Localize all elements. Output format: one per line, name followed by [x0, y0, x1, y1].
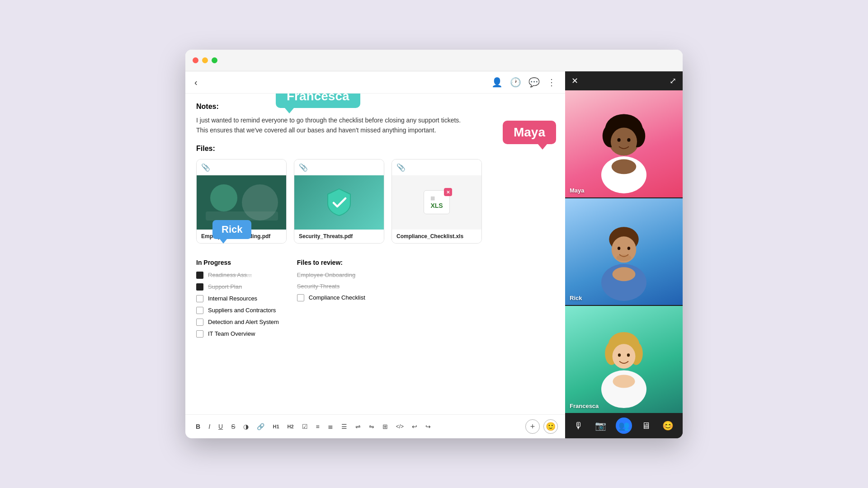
- italic-button[interactable]: I: [205, 421, 213, 432]
- paperclip-icon-2: 📎: [299, 163, 308, 172]
- video-tile-rick: Rick: [565, 198, 683, 305]
- checklist-item-4[interactable]: Suppliers and Contractors: [196, 307, 279, 314]
- review-checkbox-3[interactable]: [297, 294, 304, 301]
- title-bar: [185, 50, 683, 71]
- comment-icon[interactable]: 💬: [528, 77, 540, 88]
- history-icon[interactable]: 🕐: [510, 77, 521, 88]
- in-progress-column: In Progress Readiness Ass... Support Pla…: [196, 259, 279, 342]
- indent-button[interactable]: ⇌: [352, 421, 364, 432]
- emoji-button[interactable]: 🙂: [543, 419, 558, 434]
- in-progress-heading: In Progress: [196, 259, 279, 266]
- svg-rect-5: [241, 196, 266, 199]
- video-panel: ✕ ⤢: [565, 71, 683, 438]
- video-tile-francesca: Francesca: [565, 306, 683, 413]
- more-icon[interactable]: ⋮: [547, 77, 556, 88]
- svg-point-16: [627, 138, 630, 141]
- checkbox-4[interactable]: [196, 307, 203, 314]
- svg-point-30: [613, 344, 636, 369]
- xls-badge: ✕ ▦ XLS: [424, 190, 449, 214]
- svg-point-8: [244, 185, 275, 217]
- video-panel-header: ✕ ⤢: [565, 71, 683, 90]
- checkbox-2[interactable]: [196, 283, 203, 291]
- ordered-list-button[interactable]: ≣: [325, 421, 336, 432]
- undo-button[interactable]: ↩: [409, 421, 420, 432]
- user-icon[interactable]: 👤: [491, 77, 503, 88]
- checklist-label-4: Suppliers and Contractors: [208, 307, 276, 314]
- onboarding-thumbnail: [197, 175, 286, 230]
- editor-content[interactable]: Francesca Maya Rick Notes: I just wanted…: [185, 94, 565, 414]
- checklist-item-2[interactable]: Support Plan: [196, 283, 279, 291]
- unordered-list-button[interactable]: ☰: [338, 421, 350, 432]
- link-button[interactable]: 🔗: [254, 421, 268, 432]
- outdent-button[interactable]: ⇋: [366, 421, 377, 432]
- review-label-3: Compliance Checklist: [309, 294, 365, 301]
- file-card-security[interactable]: 📎 Security_Threats.pdf: [294, 159, 384, 244]
- code-button[interactable]: </>: [393, 421, 407, 432]
- back-button[interactable]: ‹: [194, 77, 198, 88]
- checklist-item-5[interactable]: Detection and Alert System: [196, 319, 279, 326]
- strikethrough-button[interactable]: S: [228, 421, 238, 432]
- people-button[interactable]: 👥: [616, 418, 632, 434]
- files-review-column: Files to review: Employee Onboarding Sec…: [297, 259, 365, 342]
- maya-label: Maya: [570, 187, 585, 194]
- files-review-heading: Files to review:: [297, 259, 365, 266]
- editor-toolbar: B I U S ◑ 🔗 H1 H2 ☑ ≡ ≣ ☰ ⇌ ⇋ ⊞ </> ↩ ↪ …: [185, 414, 565, 438]
- xls-text: XLS: [430, 202, 443, 209]
- nav-left: ‹: [194, 77, 198, 88]
- main-container: ‹ 👤 🕐 💬 ⋮ Francesca Maya Rick: [185, 71, 683, 438]
- maximize-dot[interactable]: [212, 57, 217, 63]
- checkbox-1[interactable]: [196, 272, 203, 279]
- checklist-label-2: Support Plan: [208, 283, 242, 290]
- checklist-label-3: Internal Resources: [208, 295, 257, 302]
- checklist-label-6: IT Team Overview: [208, 330, 255, 337]
- redo-button[interactable]: ↪: [422, 421, 434, 432]
- review-label-2: Security Threats: [297, 283, 340, 290]
- svg-point-22: [618, 247, 620, 250]
- align-button[interactable]: ≡: [313, 421, 323, 432]
- highlight-button[interactable]: ◑: [240, 421, 252, 432]
- svg-point-15: [617, 138, 620, 141]
- add-button[interactable]: +: [525, 419, 540, 434]
- svg-point-14: [611, 127, 637, 155]
- minimize-dot[interactable]: [202, 57, 208, 63]
- checklist-item-1[interactable]: Readiness Ass...: [196, 272, 279, 279]
- review-label-1: Employee Onboarding: [297, 272, 355, 278]
- files-grid: 📎: [196, 159, 554, 244]
- checkbox-6[interactable]: [196, 330, 203, 338]
- files-section: Files: 📎: [196, 145, 554, 244]
- xls-thumbnail: ✕ ▦ XLS: [392, 175, 481, 230]
- file-card-compliance[interactable]: 📎 ✕ ▦ XLS Compliance_Checklist.xls: [392, 159, 482, 244]
- paperclip-icon-3: 📎: [396, 163, 406, 172]
- checklist-button[interactable]: ☑: [299, 421, 311, 432]
- h1-button[interactable]: H1: [269, 422, 282, 432]
- table-button[interactable]: ⊞: [379, 421, 391, 432]
- h2-button[interactable]: H2: [284, 422, 297, 432]
- checkbox-3[interactable]: [196, 295, 203, 302]
- video-tile-maya: Maya: [565, 90, 683, 197]
- checkbox-5[interactable]: [196, 319, 203, 326]
- expand-video-icon[interactable]: ⤢: [670, 76, 676, 86]
- svg-point-31: [618, 353, 621, 357]
- editor-header: ‹ 👤 🕐 💬 ⋮: [185, 71, 565, 94]
- review-item-3[interactable]: Compliance Checklist: [297, 294, 365, 301]
- svg-rect-6: [241, 202, 269, 204]
- security-thumbnail: [294, 175, 384, 230]
- reaction-button[interactable]: 😊: [660, 418, 676, 433]
- review-item-2[interactable]: Security Threats: [297, 283, 365, 290]
- review-item-1[interactable]: Employee Onboarding: [297, 272, 365, 278]
- svg-point-23: [627, 247, 630, 250]
- svg-rect-4: [241, 190, 273, 193]
- checklist-item-3[interactable]: Internal Resources: [196, 295, 279, 302]
- paperclip-icon-1: 📎: [201, 163, 210, 172]
- bold-button[interactable]: B: [193, 421, 203, 432]
- mic-button[interactable]: 🎙: [572, 418, 585, 433]
- traffic-lights: [193, 57, 217, 63]
- file-card-onboarding[interactable]: 📎: [196, 159, 287, 244]
- main-window: ‹ 👤 🕐 💬 ⋮ Francesca Maya Rick: [185, 50, 683, 438]
- close-dot[interactable]: [193, 57, 198, 63]
- checklist-item-6[interactable]: IT Team Overview: [196, 330, 279, 338]
- close-video-icon[interactable]: ✕: [571, 76, 578, 86]
- camera-button[interactable]: 📷: [593, 418, 609, 433]
- underline-button[interactable]: U: [215, 421, 226, 432]
- screen-share-button[interactable]: 🖥: [639, 418, 653, 433]
